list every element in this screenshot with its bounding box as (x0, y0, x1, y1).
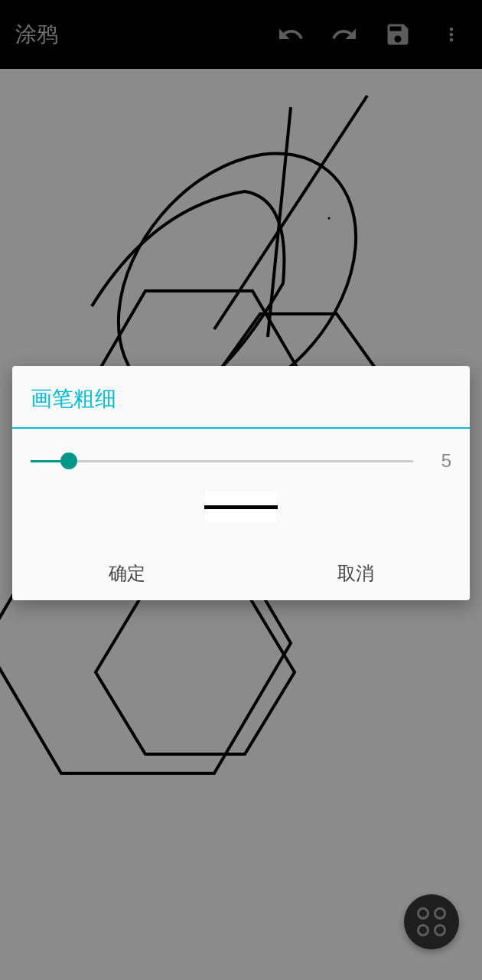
preview-line (204, 505, 278, 509)
cancel-button[interactable]: 取消 (241, 547, 470, 600)
slider-track (31, 460, 413, 462)
dialog-actions: 确定 取消 (12, 547, 470, 600)
slider-value: 5 (428, 450, 451, 472)
slider-thumb[interactable] (60, 452, 77, 469)
brush-preview (204, 490, 278, 524)
brush-size-slider[interactable] (31, 452, 413, 470)
brush-size-dialog: 画笔粗细 5 确定 取消 (12, 366, 470, 600)
dialog-body: 5 (12, 429, 470, 547)
slider-row: 5 (31, 450, 451, 472)
dialog-title: 画笔粗细 (12, 366, 470, 429)
confirm-button[interactable]: 确定 (12, 547, 241, 600)
